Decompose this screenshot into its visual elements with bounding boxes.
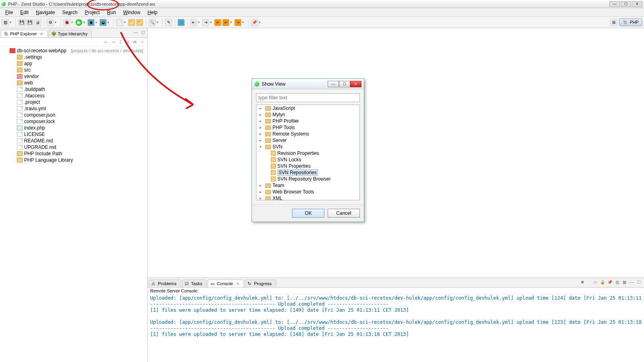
view-icon bbox=[271, 157, 276, 162]
view-item[interactable]: SVN Locks bbox=[256, 156, 359, 163]
ok-button[interactable]: OK bbox=[292, 209, 324, 218]
category-label: PHP Profiler bbox=[272, 118, 299, 124]
view-label: SVN Repositories bbox=[277, 169, 318, 176]
dialog-minimize-button[interactable]: — bbox=[328, 81, 339, 87]
show-view-dialog: Show View — ☐ ✕ ▸JavaScript▸Mylyn▸PHP Pr… bbox=[252, 78, 364, 222]
dialog-title: Show View bbox=[262, 81, 328, 87]
view-label: SVN Repository Browser bbox=[277, 176, 331, 182]
view-category[interactable]: ▸Remote Systems bbox=[256, 131, 359, 137]
view-category[interactable]: ▸PHP Profiler bbox=[256, 118, 359, 124]
category-label: Server bbox=[272, 138, 287, 143]
expand-icon[interactable]: ▸ bbox=[260, 132, 264, 136]
view-category[interactable]: ▸Team bbox=[256, 182, 359, 189]
collapse-icon[interactable]: ▾ bbox=[260, 145, 264, 149]
view-label: SVN Locks bbox=[277, 157, 301, 162]
view-category[interactable]: ▸JavaScript bbox=[256, 105, 359, 111]
view-category[interactable]: ▸Web Browser Tools bbox=[256, 189, 359, 195]
expand-icon[interactable]: ▸ bbox=[260, 138, 264, 142]
view-icon bbox=[271, 170, 276, 175]
view-icon bbox=[271, 164, 276, 169]
folder-icon bbox=[265, 196, 271, 201]
folder-icon bbox=[265, 183, 271, 188]
modal-overlay: Show View — ☐ ✕ ▸JavaScript▸Mylyn▸PHP Pr… bbox=[0, 0, 644, 362]
category-label: Mylyn bbox=[272, 112, 285, 117]
folder-icon bbox=[265, 113, 271, 117]
expand-icon[interactable]: ▸ bbox=[260, 190, 264, 194]
view-label: Revision Properties bbox=[277, 150, 319, 156]
expand-icon[interactable]: ▸ bbox=[260, 106, 264, 110]
view-item[interactable]: SVN Properties bbox=[256, 163, 359, 169]
category-label: JavaScript bbox=[272, 105, 295, 111]
view-tree[interactable]: ▸JavaScript▸Mylyn▸PHP Profiler▸PHP Tools… bbox=[256, 105, 360, 200]
view-category[interactable]: ▸PHP Tools bbox=[256, 124, 359, 131]
filter-input[interactable] bbox=[256, 93, 360, 102]
expand-icon[interactable]: ▸ bbox=[260, 196, 264, 200]
dialog-maximize-button[interactable]: ☐ bbox=[339, 81, 350, 87]
dialog-title-bar[interactable]: Show View — ☐ ✕ bbox=[252, 79, 364, 89]
category-label: SVN bbox=[272, 144, 283, 150]
view-category[interactable]: ▾SVN bbox=[256, 144, 359, 150]
category-label: Web Browser Tools bbox=[272, 189, 314, 195]
expand-icon[interactable]: ▸ bbox=[260, 183, 264, 187]
folder-icon bbox=[265, 119, 271, 123]
folder-icon bbox=[265, 132, 271, 136]
view-category[interactable]: ▸XML bbox=[256, 195, 359, 200]
folder-icon bbox=[265, 125, 271, 130]
folder-icon bbox=[265, 145, 271, 149]
category-label: PHP Tools bbox=[272, 125, 295, 130]
dialog-close-button[interactable]: ✕ bbox=[350, 81, 361, 87]
category-label: XML bbox=[272, 195, 283, 200]
view-icon bbox=[271, 177, 276, 181]
expand-icon[interactable]: ▸ bbox=[260, 119, 264, 123]
category-label: Team bbox=[272, 183, 284, 188]
folder-icon bbox=[265, 106, 271, 111]
view-item[interactable]: Revision Properties bbox=[256, 150, 359, 156]
view-item[interactable]: SVN Repository Browser bbox=[256, 176, 359, 182]
expand-icon[interactable]: ▸ bbox=[260, 125, 264, 130]
cancel-button[interactable]: Cancel bbox=[328, 209, 360, 218]
folder-icon bbox=[265, 138, 271, 143]
view-item[interactable]: SVN Repositories bbox=[256, 169, 359, 176]
view-icon bbox=[271, 151, 276, 156]
expand-icon[interactable]: ▸ bbox=[260, 113, 264, 117]
dialog-icon bbox=[254, 82, 259, 86]
folder-icon bbox=[265, 190, 271, 194]
view-category[interactable]: ▸Server bbox=[256, 137, 359, 144]
category-label: Remote Systems bbox=[272, 131, 309, 137]
view-label: SVN Properties bbox=[277, 163, 311, 169]
view-category[interactable]: ▸Mylyn bbox=[256, 111, 359, 118]
